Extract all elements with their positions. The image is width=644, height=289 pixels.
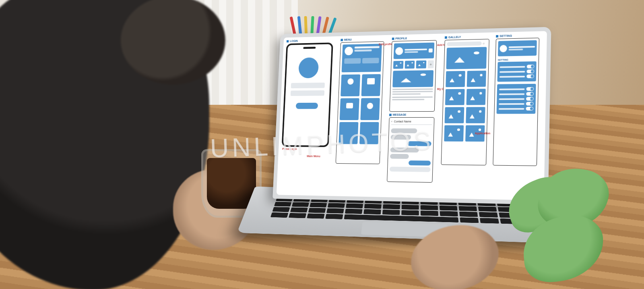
gallery-search-input[interactable]: [447, 42, 481, 46]
frame-setting: SETTING: [493, 38, 539, 166]
section-title-profile: PROFILE: [392, 36, 437, 40]
password-input[interactable]: [291, 90, 324, 96]
gallery-thumb[interactable]: [445, 107, 464, 123]
message-input[interactable]: [390, 167, 431, 172]
section-title-message: MESSAGE: [389, 113, 435, 116]
setting-toggle[interactable]: [526, 75, 534, 78]
profile-thumb[interactable]: [416, 60, 426, 69]
message-header: ‹ Contact Name: [391, 120, 432, 125]
section-menu: MENU: [334, 37, 384, 195]
avatar-icon: [345, 47, 353, 55]
username-input[interactable]: [291, 83, 325, 88]
message-bubble-in: [391, 135, 411, 139]
menu-header: [342, 44, 382, 72]
menu-tile[interactable]: [359, 122, 379, 144]
gallery-hero[interactable]: [446, 47, 487, 69]
setting-header: [498, 40, 537, 56]
setting-subheading: SETTING: [498, 58, 537, 61]
frame-profile: Add New +: [389, 40, 437, 112]
section-gallery: GALLELY ⌕: [440, 35, 489, 197]
gallery-thumb[interactable]: [446, 71, 465, 87]
frame-message: ‹ Contact Name: [387, 117, 434, 183]
avatar-placeholder-icon: [298, 57, 319, 78]
message-bubble-in: [391, 129, 417, 133]
setting-toggle[interactable]: [527, 64, 535, 68]
section-title-login: LOGIN: [287, 39, 333, 42]
gallery-thumb[interactable]: [445, 89, 464, 105]
section-title-setting: SETTING: [496, 33, 539, 37]
gear-icon: [367, 103, 374, 109]
profile-thumb[interactable]: [405, 60, 415, 69]
message-bubble-out: [407, 141, 431, 146]
menu-tile[interactable]: [339, 122, 358, 144]
avatar-icon: [395, 47, 403, 55]
annotation-press-login: Press Login: [282, 148, 297, 150]
add-thumb-button[interactable]: +: [427, 60, 434, 69]
setting-group-1: [497, 61, 536, 82]
message-bubble-in: [390, 154, 409, 159]
menu-tile-gallery[interactable]: [361, 74, 381, 96]
annotation-main-menu: Main Menu: [307, 155, 320, 158]
phone-speaker-icon: [303, 47, 316, 49]
search-icon[interactable]: ⌕: [483, 42, 487, 46]
profile-hero-image: [392, 70, 433, 87]
gallery-thumb[interactable]: [466, 89, 486, 105]
user-icon: [347, 78, 354, 85]
setting-toggle[interactable]: [526, 69, 534, 73]
setting-toggle[interactable]: [526, 102, 534, 106]
frame-menu: [336, 42, 384, 164]
phone-mockup-login: [282, 42, 333, 147]
login-button[interactable]: [296, 103, 318, 109]
message-bubble-in: [390, 148, 419, 152]
contact-name: Contact Name: [394, 120, 411, 123]
profile-header: [394, 42, 435, 59]
section-login: LOGIN Press Login Main Menu: [279, 39, 333, 193]
menu-tile-profile[interactable]: [341, 75, 360, 96]
annotation-edit-profile: Edit profile: [379, 43, 393, 46]
setting-toggle[interactable]: [526, 92, 534, 96]
section-title-gallery: GALLELY: [445, 35, 489, 39]
coffee-liquid: [207, 158, 256, 209]
menu-tab[interactable]: [344, 58, 361, 64]
gallery-thumb[interactable]: [444, 125, 463, 141]
menu-tile-message[interactable]: [340, 98, 359, 120]
menu-tab[interactable]: [362, 58, 379, 63]
menu-tile-setting[interactable]: [360, 98, 380, 120]
profile-thumb[interactable]: [393, 61, 403, 69]
section-profile: PROFILE Edit profile Add: [389, 36, 437, 112]
edit-icon[interactable]: [429, 48, 433, 52]
back-icon[interactable]: ‹: [391, 120, 392, 123]
potted-plant: [491, 156, 636, 289]
avatar-icon: [500, 45, 507, 52]
annotation-application: Application: [475, 132, 491, 135]
frame-gallery: ⌕: [441, 39, 489, 165]
gallery-thumb[interactable]: [466, 107, 485, 123]
message-bubble-out: [409, 160, 431, 166]
setting-toggle[interactable]: [526, 107, 534, 110]
section-message: MESSAGE ‹ Contact Name: [387, 113, 435, 183]
message-icon: [346, 103, 353, 108]
gallery-thumb[interactable]: [466, 71, 486, 87]
section-title-menu: MENU: [341, 37, 384, 41]
setting-group-2: [497, 84, 536, 114]
stock-photo-scene: LOGIN Press Login Main Menu M: [0, 0, 644, 289]
setting-toggle[interactable]: [526, 87, 534, 91]
setting-toggle[interactable]: [526, 97, 534, 100]
